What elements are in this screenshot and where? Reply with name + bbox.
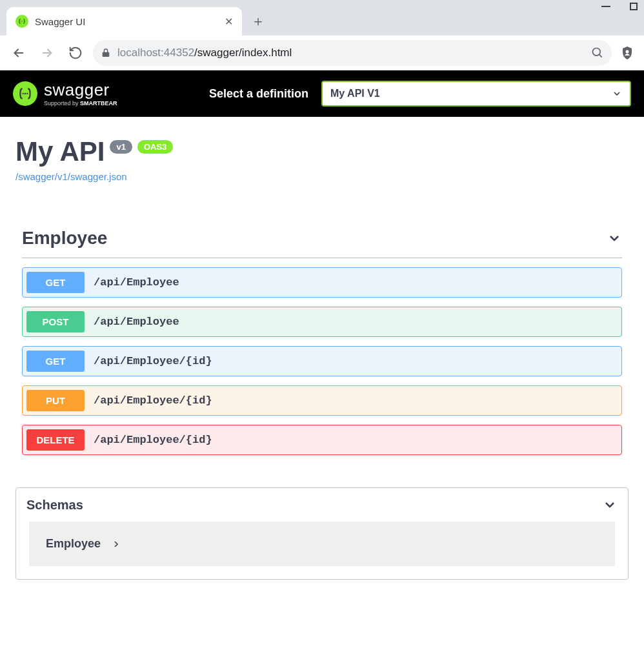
method-badge: DELETE [26,429,85,451]
operation-path: /api/Employee/{id} [94,355,212,367]
url-port: :44352 [161,46,194,59]
swagger-logo-text: swagger Supported by SMARTBEAR [44,81,117,107]
api-title: My API [15,136,105,167]
spec-link[interactable]: /swagger/v1/swagger.json [15,171,127,182]
minimize-icon[interactable] [601,6,610,7]
back-button[interactable] [8,42,30,64]
tab-strip: Swagger UI ✕ ＋ [0,0,644,36]
tag-name: Employee [22,228,107,249]
address-bar[interactable]: localhost:44352/swagger/index.html [93,40,612,66]
operation-path: /api/Employee [94,276,179,289]
method-badge: GET [26,272,85,293]
method-badge: POST [26,311,85,332]
operation-path: /api/Employee [94,316,179,328]
swagger-logo[interactable]: swagger Supported by SMARTBEAR [13,81,117,107]
url-path: /swagger/index.html [194,46,292,59]
method-badge: PUT [26,390,85,411]
operation-row[interactable]: PUT/api/Employee/{id} [22,385,622,416]
api-version-badge: v1 [110,140,132,154]
api-info: My API v1 OAS3 /swagger/v1/swagger.json [15,136,629,183]
swagger-page: My API v1 OAS3 /swagger/v1/swagger.json … [0,117,644,599]
operation-path: /api/Employee/{id} [94,394,212,407]
url-host: localhost [117,46,161,59]
maximize-icon[interactable] [630,3,638,10]
definition-selected-value: My API V1 [330,88,380,99]
schemas-header[interactable]: Schemas [16,488,628,522]
logo-sub-text: Supported by SMARTBEAR [44,101,117,107]
svg-line-4 [599,55,602,57]
chevron-down-icon [612,88,622,99]
svg-point-6 [23,93,24,94]
swagger-logo-icon [13,81,37,106]
operation-path: /api/Employee/{id} [94,434,212,446]
operations-list: GET/api/EmployeePOST/api/EmployeeGET/api… [22,267,622,455]
forward-button[interactable] [36,42,58,64]
svg-point-0 [21,21,21,21]
svg-point-1 [21,21,22,21]
method-badge: GET [26,351,85,372]
schemas-section: Schemas Employee [15,487,629,580]
lock-icon [101,48,111,58]
operation-row[interactable]: POST/api/Employee [22,307,622,337]
tag-header[interactable]: Employee [22,221,622,258]
svg-point-5 [626,50,629,54]
browser-chrome: Swagger UI ✕ ＋ localhost:44352/swagger/i… [0,0,644,70]
definition-select-label: Select a definition [209,87,308,101]
operation-row[interactable]: DELETE/api/Employee/{id} [22,425,622,455]
swagger-favicon-icon [15,15,28,28]
browser-tab[interactable]: Swagger UI ✕ [6,7,242,36]
api-title-row: My API v1 OAS3 [15,136,629,167]
schema-row[interactable]: Employee [29,522,615,566]
schemas-body: Employee [16,522,628,566]
window-controls [601,3,638,10]
definition-select[interactable]: My API V1 [321,81,631,107]
browser-toolbar: localhost:44352/swagger/index.html [0,36,644,70]
close-tab-icon[interactable]: ✕ [225,15,233,28]
oas-badge: OAS3 [137,140,173,154]
schema-name: Employee [46,537,101,551]
schemas-title: Schemas [26,498,83,513]
profile-avatar-icon[interactable] [618,44,636,62]
zoom-icon[interactable] [591,46,604,59]
svg-point-7 [25,93,26,94]
tab-title: Swagger UI [35,16,218,27]
svg-point-8 [26,93,28,94]
chevron-down-icon [607,230,622,246]
chevron-down-icon [602,497,618,513]
new-tab-button[interactable]: ＋ [248,12,268,31]
operation-row[interactable]: GET/api/Employee/{id} [22,346,622,376]
operation-row[interactable]: GET/api/Employee [22,267,622,298]
chevron-right-icon [111,539,121,549]
swagger-topbar: swagger Supported by SMARTBEAR Select a … [0,70,644,117]
svg-point-2 [23,21,23,21]
logo-main-text: swagger [44,81,117,98]
url-text: localhost:44352/swagger/index.html [117,46,292,59]
svg-point-3 [593,48,601,56]
reload-button[interactable] [65,42,86,64]
tag-section: Employee GET/api/EmployeePOST/api/Employ… [22,221,622,455]
